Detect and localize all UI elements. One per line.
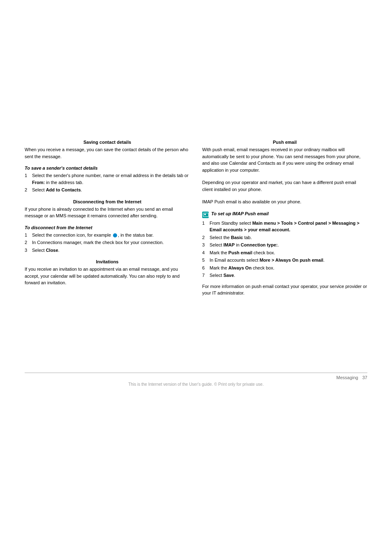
step-number: 7	[202, 272, 205, 279]
list-item: 1 From Standby select Main menu > Tools …	[202, 220, 367, 233]
push-email-section: Push email With push email, email messag…	[202, 140, 367, 173]
imap-steps: 1 From Standby select Main menu > Tools …	[202, 220, 367, 279]
save-sender-section: To save a sender's contact details 1 Sel…	[25, 166, 190, 193]
list-item: 1 Select the sender's phone number, name…	[25, 172, 190, 186]
list-item: 7 Select Save.	[202, 272, 367, 279]
disconnect-section: To disconnect from the Internet 1 Select…	[25, 225, 190, 254]
saving-contact-section: Saving contact details When you receive …	[25, 140, 190, 160]
content-area: Saving contact details When you receive …	[0, 140, 392, 302]
imap-setup-section: To set up IMAP Push email 1 From Standby…	[202, 211, 367, 297]
step-number: 2	[202, 234, 205, 241]
push-email-body3: IMAP Push email is also available on you…	[202, 198, 367, 205]
imap-footer: For more information on push email conta…	[202, 283, 367, 297]
footer-messaging-label: Messaging	[337, 375, 358, 380]
disconnect-steps: 1 Select the connection icon, for exampl…	[25, 232, 190, 254]
step-number: 5	[202, 257, 205, 264]
invitations-body: If you receive an invitation to an appoi…	[25, 266, 190, 286]
list-item: 2 Select Add to Contacts.	[25, 187, 190, 193]
disconnecting-section: Disconnecting from the Internet If your …	[25, 199, 190, 219]
step-number: 3	[202, 242, 205, 249]
imap-icon	[202, 212, 209, 218]
footer-line: Messaging 37	[25, 373, 367, 380]
left-column: Saving contact details When you receive …	[25, 140, 190, 302]
list-item: 4 Mark the Push email check box.	[202, 249, 367, 256]
save-sender-heading: To save a sender's contact details	[25, 166, 190, 170]
footer-area: Messaging 37 This is the Internet versio…	[25, 373, 367, 387]
push-email-body2-section: Depending on your operator and market, y…	[202, 179, 367, 193]
push-email-body3-section: IMAP Push email is also available on you…	[202, 198, 367, 205]
invitations-section: Invitations If you receive an invitation…	[25, 259, 190, 286]
disconnect-heading: To disconnect from the Internet	[25, 225, 190, 230]
list-item: 1 Select the connection icon, for exampl…	[25, 232, 190, 239]
list-item: 6 Mark the Always On check box.	[202, 265, 367, 272]
disconnecting-title: Disconnecting from the Internet	[25, 199, 190, 204]
invitations-title: Invitations	[25, 259, 190, 264]
connection-icon	[113, 233, 117, 237]
list-item: 2 In Connections manager, mark the check…	[25, 239, 190, 246]
imap-heading-row: To set up IMAP Push email	[202, 211, 367, 218]
list-item: 3 Select Close.	[25, 247, 190, 254]
saving-contact-body: When you receive a message, you can save…	[25, 146, 190, 160]
footer-note: This is the Internet version of the User…	[25, 382, 367, 387]
list-item: 5 In Email accounts select More > Always…	[202, 257, 367, 264]
push-email-body2: Depending on your operator and market, y…	[202, 179, 367, 193]
push-email-title: Push email	[202, 140, 367, 145]
saving-contact-title: Saving contact details	[25, 140, 190, 145]
step-number: 2	[25, 239, 27, 246]
step-number: 1	[25, 232, 27, 239]
right-column: Push email With push email, email messag…	[202, 140, 367, 302]
disconnecting-body: If your phone is already connected to th…	[25, 206, 190, 219]
footer-page-number: 37	[362, 375, 367, 380]
list-item: 3 Select IMAP in Connection type:.	[202, 242, 367, 249]
step-number: 1	[202, 220, 205, 227]
imap-heading: To set up IMAP Push email	[211, 211, 269, 216]
step-number: 6	[202, 265, 205, 272]
save-sender-steps: 1 Select the sender's phone number, name…	[25, 172, 190, 193]
push-email-body1: With push email, email messages received…	[202, 146, 367, 173]
list-item: 2 Select the Basic tab.	[202, 234, 367, 241]
step-number: 4	[202, 249, 205, 256]
step-number: 1	[25, 172, 27, 179]
page: Saving contact details When you receive …	[0, 0, 392, 555]
step-number: 3	[25, 247, 27, 254]
step-number: 2	[25, 187, 27, 193]
